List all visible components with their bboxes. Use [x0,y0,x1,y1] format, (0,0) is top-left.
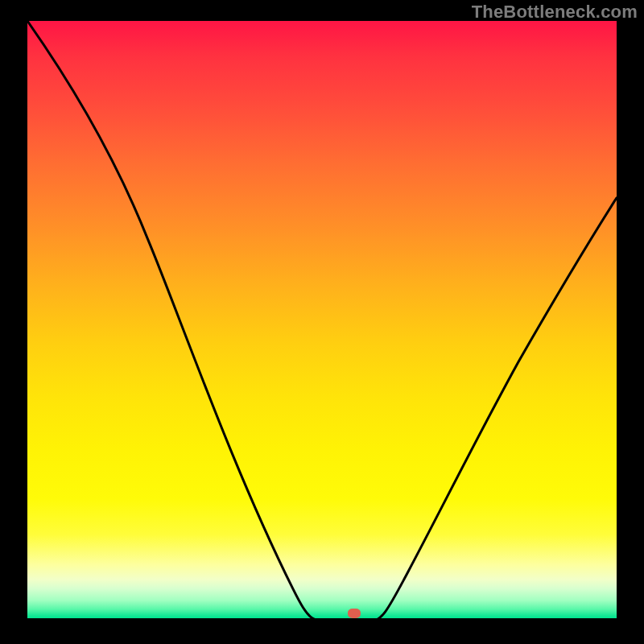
chart-root: TheBottleneck.com [0,0,644,644]
bottleneck-curve [27,21,617,623]
bottleneck-marker [348,609,361,618]
curve-path [27,21,617,622]
site-watermark: TheBottleneck.com [472,2,638,23]
plot-area [27,21,617,623]
